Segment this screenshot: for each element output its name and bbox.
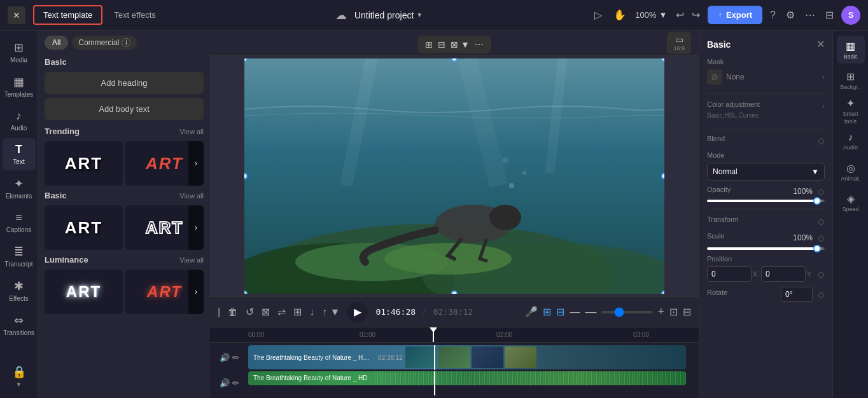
timeline-zoom-in-btn[interactable]: + xyxy=(657,305,664,319)
opacity-keyframe-btn[interactable]: ◇ xyxy=(818,186,825,196)
opacity-slider-thumb[interactable] xyxy=(813,197,821,205)
basic-templates-view-all-btn[interactable]: View all xyxy=(179,192,204,200)
template-card-lum-1[interactable]: ART xyxy=(45,270,123,314)
split-btn[interactable]: ⊞ xyxy=(293,306,302,318)
layout-btn[interactable]: ⊟ xyxy=(823,6,836,24)
audio-volume-btn[interactable]: 🔊 xyxy=(220,378,230,388)
trending-view-all-btn[interactable]: View all xyxy=(179,128,204,135)
undo-btn[interactable]: ↩ xyxy=(673,6,687,24)
sidebar-item-transcript[interactable]: ≣ Transcript xyxy=(3,240,36,273)
transcript-icon: ≣ xyxy=(14,245,24,259)
fr-background-btn[interactable]: ⊞ Backgr.. xyxy=(837,66,865,94)
redo-btn[interactable]: ↪ xyxy=(689,6,703,24)
scale-keyframe-btn[interactable]: ◇ xyxy=(818,233,825,243)
handle-bottom-right[interactable] xyxy=(661,291,664,294)
add-track-btn[interactable]: | xyxy=(218,306,220,318)
lum-next-icon[interactable]: › xyxy=(188,270,204,314)
sidebar-item-captions[interactable]: ≡ Captions xyxy=(3,206,36,238)
export-button[interactable]: ↑ Export xyxy=(708,6,762,24)
position-y-group: Y xyxy=(761,266,811,282)
canvas-more-btn[interactable]: ⋯ xyxy=(475,39,484,50)
handle-bottom-mid[interactable] xyxy=(451,291,458,294)
help-btn[interactable]: ? xyxy=(767,7,778,24)
timeline-zoom-slider[interactable] xyxy=(601,311,652,313)
timeline-more-btn[interactable]: ⊟ xyxy=(683,306,691,318)
filter-commercial-btn[interactable]: Commercial i xyxy=(72,36,137,50)
handle-right-mid[interactable] xyxy=(661,173,664,179)
tab-text-template[interactable]: Text template xyxy=(33,5,102,25)
video-edit-btn[interactable]: ✏ xyxy=(232,353,239,362)
template-card-lum-2[interactable]: ART › xyxy=(125,270,204,314)
app-logo[interactable]: ✕ xyxy=(8,6,25,24)
settings-btn[interactable]: ⚙ xyxy=(783,6,797,24)
sidebar-item-elements[interactable]: ✦ Elements xyxy=(3,172,36,205)
timeline-zoom-out-btn[interactable]: — xyxy=(585,305,596,319)
video-volume-btn[interactable]: 🔊 xyxy=(220,353,230,362)
rotate-input[interactable] xyxy=(781,287,813,302)
canvas-expand-btn[interactable]: ⊠ ▼ xyxy=(451,39,470,50)
sidebar-item-text[interactable]: T Text xyxy=(3,138,36,170)
fr-basic-btn[interactable]: ▦ Basic xyxy=(837,36,865,64)
sidebar-item-lock[interactable]: 🔒 ▼ xyxy=(3,360,36,393)
clip-btn[interactable]: ⊞ xyxy=(543,306,551,318)
sidebar-item-effects[interactable]: ✱ Effects xyxy=(3,274,36,307)
more-options-btn[interactable]: ⋯ xyxy=(802,6,818,24)
audio-edit-btn[interactable]: ✏ xyxy=(232,378,239,388)
project-title[interactable]: Untitled project ▼ xyxy=(354,10,423,20)
position-x-input[interactable] xyxy=(707,266,752,282)
template-card-basic-2[interactable]: ART › xyxy=(125,205,204,250)
video-track-clip[interactable]: The Breathtaking Beauty of Nature _ HD.m… xyxy=(248,345,686,369)
cursor-tool-btn[interactable]: ▷ xyxy=(592,6,605,24)
blend-keyframe-btn[interactable]: ◇ xyxy=(818,135,825,146)
fr-audio-btn[interactable]: ♪ Audio xyxy=(837,127,865,155)
trending-next-icon[interactable]: › xyxy=(188,141,204,186)
canvas-fit-btn[interactable]: ⊞ xyxy=(425,39,433,50)
flip-btn[interactable]: ⇌ xyxy=(277,306,286,318)
filter-all-btn[interactable]: All xyxy=(45,36,68,50)
blend-header: Blend ◇ xyxy=(707,135,825,146)
basic-next-icon[interactable]: › xyxy=(188,205,204,250)
audio-track-clip[interactable]: The Breathtaking Beauty of Nature _ HD xyxy=(248,371,686,385)
canvas-crop-btn[interactable]: ⊟ xyxy=(438,39,445,50)
add-heading-btn[interactable]: Add heading xyxy=(45,72,204,94)
underwater-scene-svg xyxy=(244,58,664,294)
sidebar-item-transitions[interactable]: ⇔ Transitions xyxy=(3,308,36,341)
user-avatar[interactable]: S xyxy=(841,6,860,25)
aspect-ratio-btn[interactable]: ▭ 16:9 xyxy=(667,32,691,54)
add-body-text-btn[interactable]: Add body text xyxy=(45,98,204,120)
position-y-input[interactable] xyxy=(761,266,806,282)
sidebar-item-audio[interactable]: ♪ Audio xyxy=(3,104,36,137)
zoom-control[interactable]: 100% ▼ xyxy=(635,10,667,20)
delete-track-btn[interactable]: 🗑 xyxy=(228,306,238,318)
close-panel-btn[interactable]: ✕ xyxy=(816,38,825,50)
loop-btn[interactable]: ↺ xyxy=(246,306,254,318)
template-card-trending-1[interactable]: ART xyxy=(45,141,123,186)
mute-btn[interactable]: — xyxy=(570,306,580,318)
fr-speed-btn[interactable]: ◈ Speed xyxy=(837,188,865,216)
down-btn[interactable]: ↓ xyxy=(309,306,314,318)
fr-smart-tools-btn[interactable]: ✦ Smart tools xyxy=(837,97,865,125)
crop-track-btn[interactable]: ⊠ xyxy=(262,306,270,318)
sync-btn[interactable]: ⊟ xyxy=(556,306,564,318)
template-card-basic-1[interactable]: ART xyxy=(45,205,123,250)
position-keyframe-btn[interactable]: ◇ xyxy=(818,266,825,282)
sidebar-item-media[interactable]: ⊞ Media xyxy=(3,36,36,69)
fr-animate-btn[interactable]: ◎ Animat. xyxy=(837,158,865,186)
tab-text-effects[interactable]: Text effects xyxy=(104,5,166,25)
blend-mode-select[interactable]: Normal ▼ xyxy=(707,163,825,181)
position-x-label: X xyxy=(753,270,757,278)
mask-value-row[interactable]: ⊘ None › xyxy=(707,69,825,85)
hand-tool-btn[interactable]: ✋ xyxy=(611,6,629,24)
rotate-keyframe-btn[interactable]: ◇ xyxy=(818,289,825,299)
transform-keyframe-btn[interactable]: ◇ xyxy=(818,216,825,226)
luminance-view-all-btn[interactable]: View all xyxy=(179,256,204,264)
color-adjustment-row[interactable]: Color adjustment › Basic,HSL,Curves xyxy=(707,100,825,119)
sidebar-item-templates[interactable]: ▦ Templates xyxy=(3,70,36,103)
color-adjustment-label: Color adjustment xyxy=(707,100,760,108)
mic-btn[interactable]: 🎤 xyxy=(525,306,538,318)
scale-slider-thumb[interactable] xyxy=(813,245,821,252)
template-card-trending-2[interactable]: ART › xyxy=(125,141,204,186)
export-track-btn[interactable]: ↑ ▼ xyxy=(322,306,340,318)
fullscreen-btn[interactable]: ⊡ xyxy=(669,306,678,318)
play-pause-btn[interactable]: ▶ xyxy=(347,302,368,322)
